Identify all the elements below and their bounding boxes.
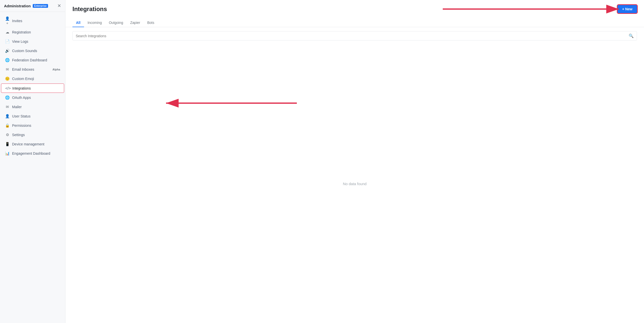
close-button[interactable]: ✕ [57,4,61,8]
integrations-icon: </> [5,86,10,90]
sidebar-item-label-user-status: User Status [12,114,30,118]
enterprise-badge: Enterprise [33,4,48,8]
main-header: Integrations + New [65,0,644,13]
email-inboxes-badge: Alpha [52,68,60,71]
sidebar-item-label-custom-sounds: Custom Sounds [12,49,37,53]
sidebar-item-label-view-logs: View Logs [12,39,28,44]
sidebar-item-label-settings: Settings [12,133,25,137]
sidebar-title: Administration [4,4,31,8]
oauth-apps-icon: 🌐 [5,95,10,100]
sidebar-item-mailer[interactable]: ✉Mailer [1,102,64,111]
search-icon: 🔍 [629,33,634,38]
sidebar-item-federation-dashboard[interactable]: 🌐Federation Dashboard [1,56,64,65]
tab-incoming[interactable]: Incoming [84,19,105,27]
empty-state: No data found [65,45,644,323]
sidebar-item-settings[interactable]: ⚙Settings [1,130,64,139]
main-content: Integrations + New AllIncomingOutgoingZa… [65,0,644,323]
settings-icon: ⚙ [5,133,10,137]
permissions-icon: 🔒 [5,123,10,128]
search-input[interactable] [76,34,627,38]
sidebar-item-custom-emoji[interactable]: 🙂Custom Emoji [1,74,64,83]
sidebar-item-invites[interactable]: 👤+Invites [1,14,64,27]
sidebar-item-integrations[interactable]: </>Integrations [1,84,64,93]
sidebar-item-user-status[interactable]: 👤User Status [1,112,64,121]
sidebar-item-label-registration: Registration [12,30,31,34]
search-box: 🔍 [72,31,637,41]
sidebar-item-label-invites: Invites [12,19,22,23]
sidebar-item-permissions[interactable]: 🔒Permissions [1,121,64,130]
sidebar-item-device-management[interactable]: 📱Device management [1,140,64,149]
device-management-icon: 📱 [5,142,10,146]
tab-bots[interactable]: Bots [144,19,158,27]
sidebar-header: Administration Enterprise ✕ [0,0,65,12]
sidebar-item-engagement-dashboard[interactable]: 📊Engagement Dashboard [1,149,64,158]
sidebar-item-label-mailer: Mailer [12,105,22,109]
tab-all[interactable]: All [72,19,84,27]
sidebar-item-label-oauth-apps: OAuth Apps [12,96,31,100]
federation-dashboard-icon: 🌐 [5,58,10,62]
sidebar-nav: 👤+Invites☁Registration📄View Logs🔊Custom … [0,12,65,323]
sidebar-item-label-federation-dashboard: Federation Dashboard [12,58,47,62]
email-inboxes-icon: ✉ [5,67,10,72]
registration-icon: ☁ [5,30,10,34]
tab-outgoing[interactable]: Outgoing [105,19,127,27]
user-status-icon: 👤 [5,114,10,118]
sidebar-item-view-logs[interactable]: 📄View Logs [1,37,64,46]
sidebar-item-label-custom-emoji: Custom Emoji [12,77,34,81]
search-area: 🔍 [65,27,644,45]
sidebar-item-label-integrations: Integrations [12,86,31,90]
sidebar-item-label-engagement-dashboard: Engagement Dashboard [12,151,50,155]
mailer-icon: ✉ [5,105,10,109]
custom-sounds-icon: 🔊 [5,49,10,53]
sidebar: Administration Enterprise ✕ 👤+Invites☁Re… [0,0,65,323]
new-button[interactable]: + New [618,5,637,13]
view-logs-icon: 📄 [5,39,10,44]
invites-icon: 👤+ [5,16,10,25]
sidebar-item-label-permissions: Permissions [12,124,31,128]
tabs-container: AllIncomingOutgoingZapierBots [65,15,644,27]
sidebar-item-label-email-inboxes: Email Inboxes [12,67,34,71]
sidebar-item-email-inboxes[interactable]: ✉Email InboxesAlpha [1,65,64,74]
tab-zapier[interactable]: Zapier [127,19,144,27]
sidebar-item-label-device-management: Device management [12,142,44,146]
custom-emoji-icon: 🙂 [5,76,10,81]
page-title: Integrations [72,6,107,13]
sidebar-header-left: Administration Enterprise [4,4,48,8]
sidebar-item-registration[interactable]: ☁Registration [1,28,64,37]
engagement-dashboard-icon: 📊 [5,151,10,156]
sidebar-item-oauth-apps[interactable]: 🌐OAuth Apps [1,93,64,102]
sidebar-item-custom-sounds[interactable]: 🔊Custom Sounds [1,46,64,55]
